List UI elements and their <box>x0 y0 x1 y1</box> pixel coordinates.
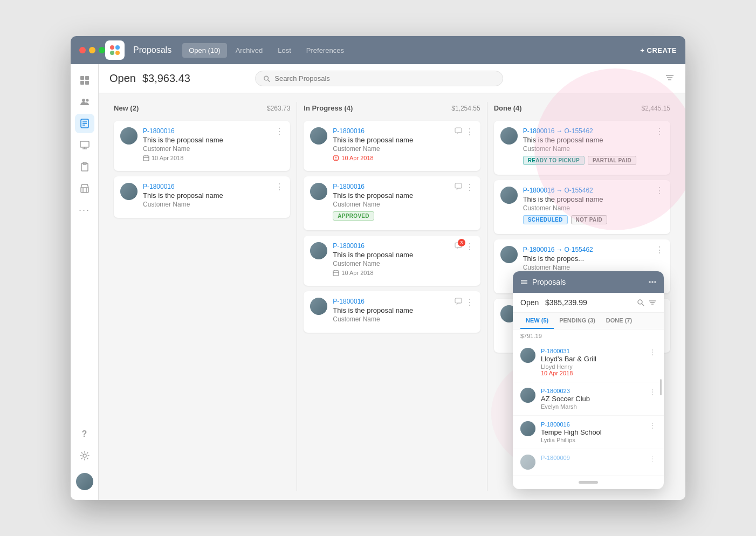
list-item[interactable]: P-1800009 ⋮ <box>513 449 664 476</box>
mobile-more-button[interactable]: ⋮ <box>649 421 656 430</box>
svg-point-9 <box>86 99 88 102</box>
title-bar-actions: + CREATE <box>640 46 677 54</box>
chat-icon[interactable]: 3 <box>455 242 462 251</box>
search-input[interactable] <box>274 74 495 83</box>
mobile-item-id: P-1800023 <box>541 388 643 394</box>
mobile-tab-pending[interactable]: PENDING (3) <box>554 313 601 329</box>
sidebar-icon-people[interactable] <box>75 92 94 112</box>
sidebar-icon-clipboard[interactable] <box>75 157 94 176</box>
search-icon <box>263 75 270 83</box>
tab-archived[interactable]: Archived <box>229 43 270 58</box>
chat-icon[interactable] <box>455 298 462 307</box>
column-total-done: $2,445.15 <box>642 105 670 112</box>
svg-rect-28 <box>143 156 149 161</box>
card-header: P-1800016 → O-155462 This is the proposa… <box>500 187 664 224</box>
card-date-overdue: 10 Apr 2018 <box>333 155 449 161</box>
list-item[interactable]: P-1800023 AZ Soccer Club Evelyn Marsh ⋮ <box>513 382 664 416</box>
mobile-more-icon[interactable] <box>649 278 656 286</box>
card-id: P-1800016 → O-155462 <box>523 127 650 135</box>
svg-point-0 <box>110 45 114 50</box>
more-button[interactable]: ⋮ <box>655 246 664 255</box>
avatar[interactable] <box>75 472 94 491</box>
search-input-wrap[interactable] <box>255 71 503 86</box>
more-button[interactable]: ⋮ <box>465 128 474 136</box>
card-actions: ⋮ <box>455 298 474 307</box>
avatar <box>500 246 518 263</box>
list-item[interactable]: P-1800016 Tempe High School Lydia Philli… <box>513 416 664 449</box>
tab-lost[interactable]: Lost <box>271 43 298 58</box>
close-button[interactable] <box>79 47 86 53</box>
card-info: P-1800016 This is the proposal name Cust… <box>333 127 449 161</box>
svg-rect-5 <box>85 76 89 80</box>
table-row[interactable]: P-1800016 This is the proposal name Cust… <box>304 176 480 230</box>
filter-icon[interactable] <box>665 73 675 85</box>
mobile-tab-new[interactable]: NEW (5) <box>520 313 554 329</box>
mobile-menu-icon[interactable] <box>520 278 528 286</box>
mobile-search-icon[interactable] <box>637 299 644 306</box>
title-bar: Proposals Open (10) Archived Lost Prefer… <box>71 36 685 64</box>
settings-icon[interactable] <box>75 446 94 465</box>
date-text: 10 Apr 2018 <box>152 155 183 161</box>
mobile-more-button[interactable]: ⋮ <box>649 455 656 463</box>
card-actions: 3 ⋮ <box>455 242 474 251</box>
sidebar-icon-store[interactable] <box>75 178 94 198</box>
chat-icon[interactable] <box>455 183 462 192</box>
card-actions: ⋮ <box>655 187 664 195</box>
more-button[interactable]: ⋮ <box>655 127 664 136</box>
svg-rect-37 <box>333 271 339 276</box>
card-name: This is the proposal name <box>523 136 650 144</box>
mobile-filter-icon[interactable] <box>649 299 656 306</box>
table-row[interactable]: P-1800016 → O-155462 This is the proposa… <box>494 180 670 234</box>
column-new: New (2) $263.73 P-1800016 This is the pr… <box>107 102 297 491</box>
card-header: P-1800016 This is the proposal name Cust… <box>120 183 284 208</box>
sidebar-icon-monitor[interactable] <box>75 135 94 155</box>
app-window: Proposals Open (10) Archived Lost Prefer… <box>71 36 685 500</box>
more-button[interactable]: ⋮ <box>275 183 284 191</box>
mobile-tab-done[interactable]: DONE (7) <box>601 313 637 329</box>
card-badges: APPROVED <box>333 211 449 221</box>
minimize-button[interactable] <box>89 47 95 53</box>
create-button[interactable]: + CREATE <box>640 46 677 54</box>
mobile-item-info: P-1800009 <box>541 455 643 461</box>
table-row[interactable]: P-1800016 → O-155462 This is the proposa… <box>494 121 670 175</box>
card-customer: Customer Name <box>143 145 270 153</box>
mobile-item-name: AZ Soccer Club <box>541 395 643 403</box>
card-customer: Customer Name <box>333 260 449 267</box>
card-id: P-1800016 <box>143 183 270 190</box>
sidebar-icon-proposals[interactable] <box>75 114 94 133</box>
more-button[interactable]: ⋮ <box>655 187 664 195</box>
mobile-more-button[interactable]: ⋮ <box>649 388 656 396</box>
list-item[interactable]: P-1800031 Lloyd's Bar & Grill Lloyd Henr… <box>513 342 664 382</box>
svg-point-47 <box>652 281 653 283</box>
card-badges: READY TO PICKUP PARTIAL PAID <box>523 156 650 165</box>
more-button[interactable]: ⋮ <box>465 183 474 192</box>
avatar <box>120 127 138 145</box>
card-name: This is the proposal name <box>333 306 449 314</box>
card-badges: SCHEDULED NOT PAID <box>523 215 650 224</box>
more-button[interactable]: ⋮ <box>465 298 474 307</box>
help-icon[interactable]: ? <box>75 424 94 444</box>
mobile-item-info: P-1800023 AZ Soccer Club Evelyn Marsh <box>541 388 643 410</box>
card-customer: Customer Name <box>333 201 449 208</box>
table-row[interactable]: P-1800016 This is the proposal name Cust… <box>304 291 480 333</box>
tab-preferences[interactable]: Preferences <box>300 43 350 58</box>
table-row[interactable]: P-1800016 This is the proposal name Cust… <box>114 121 290 171</box>
table-row[interactable]: P-1800016 This is the proposal name Cust… <box>304 236 480 286</box>
more-button[interactable]: ⋮ <box>465 243 474 251</box>
sidebar-icon-grid[interactable] <box>75 71 94 90</box>
chat-icon[interactable] <box>455 127 462 136</box>
open-amount: $3,963.43 <box>142 72 190 85</box>
calendar-icon <box>333 270 339 276</box>
mobile-item-info: P-1800016 Tempe High School Lydia Philli… <box>541 421 643 443</box>
mobile-home-indicator <box>579 481 598 484</box>
more-button[interactable]: ⋮ <box>275 127 284 136</box>
sidebar-icon-more[interactable]: ··· <box>75 200 94 219</box>
mobile-more-button[interactable]: ⋮ <box>649 348 656 356</box>
svg-rect-7 <box>85 81 89 85</box>
card-header: P-1800016 → O-155462 This is the proposa… <box>500 127 664 165</box>
table-row[interactable]: P-1800016 This is the proposal name Cust… <box>114 176 290 218</box>
calendar-icon <box>143 155 149 161</box>
tab-open[interactable]: Open (10) <box>182 43 227 58</box>
maximize-button[interactable] <box>99 47 105 53</box>
table-row[interactable]: P-1800016 This is the proposal name Cust… <box>304 121 480 171</box>
